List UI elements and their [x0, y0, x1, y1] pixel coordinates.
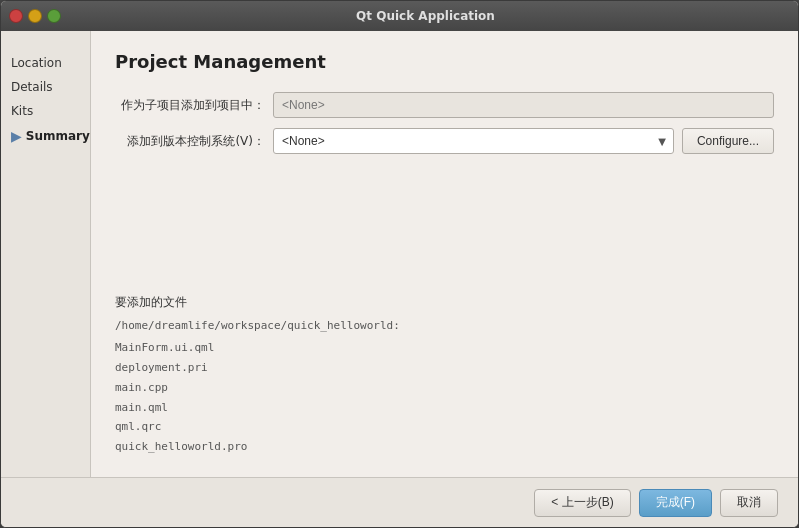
window-title: Qt Quick Application — [61, 9, 790, 23]
list-item: MainForm.ui.qml — [115, 338, 774, 358]
close-button[interactable] — [9, 9, 23, 23]
files-path: /home/dreamlife/workspace/quick_hellowor… — [115, 319, 774, 332]
files-label: 要添加的文件 — [115, 294, 774, 311]
main-window: Qt Quick Application Location Details Ki… — [0, 0, 799, 528]
sidebar-item-label: Location — [11, 56, 62, 70]
sidebar-item-location[interactable]: Location — [1, 51, 90, 75]
minimize-button[interactable] — [28, 9, 42, 23]
page-title: Project Management — [115, 51, 774, 72]
list-item: quick_helloworld.pro — [115, 437, 774, 457]
sidebar-item-details[interactable]: Details — [1, 75, 90, 99]
active-arrow-icon: ▶ — [11, 128, 22, 144]
cancel-button[interactable]: 取消 — [720, 489, 778, 517]
list-item: main.qml — [115, 398, 774, 418]
list-item: main.cpp — [115, 378, 774, 398]
files-list: MainForm.ui.qml deployment.pri main.cpp … — [115, 338, 774, 457]
sidebar-item-kits[interactable]: Kits — [1, 99, 90, 123]
configure-button[interactable]: Configure... — [682, 128, 774, 154]
subproject-row: 作为子项目添加到项目中： — [115, 92, 774, 118]
vcs-select-wrapper: <None> ▼ — [273, 128, 674, 154]
sidebar-item-summary[interactable]: ▶ Summary — [1, 123, 90, 149]
finish-button[interactable]: 完成(F) — [639, 489, 712, 517]
titlebar: Qt Quick Application — [1, 1, 798, 31]
back-button[interactable]: < 上一步(B) — [534, 489, 630, 517]
vcs-label: 添加到版本控制系统(V)： — [115, 133, 265, 150]
subproject-label: 作为子项目添加到项目中： — [115, 97, 265, 114]
files-section: 要添加的文件 /home/dreamlife/workspace/quick_h… — [115, 274, 774, 457]
bottom-bar: < 上一步(B) 完成(F) 取消 — [1, 477, 798, 527]
vcs-select-row: <None> ▼ Configure... — [273, 128, 774, 154]
vcs-row: 添加到版本控制系统(V)： <None> ▼ Configure... — [115, 128, 774, 154]
sidebar: Location Details Kits ▶ Summary — [1, 31, 91, 477]
sidebar-item-label: Details — [11, 80, 53, 94]
list-item: qml.qrc — [115, 417, 774, 437]
titlebar-buttons — [9, 9, 61, 23]
sidebar-item-label: Summary — [26, 129, 90, 143]
content-area: Location Details Kits ▶ Summary Project … — [1, 31, 798, 477]
main-panel: Project Management 作为子项目添加到项目中： 添加到版本控制系… — [91, 31, 798, 477]
maximize-button[interactable] — [47, 9, 61, 23]
subproject-input — [273, 92, 774, 118]
sidebar-item-label: Kits — [11, 104, 33, 118]
list-item: deployment.pri — [115, 358, 774, 378]
vcs-select[interactable]: <None> — [273, 128, 674, 154]
